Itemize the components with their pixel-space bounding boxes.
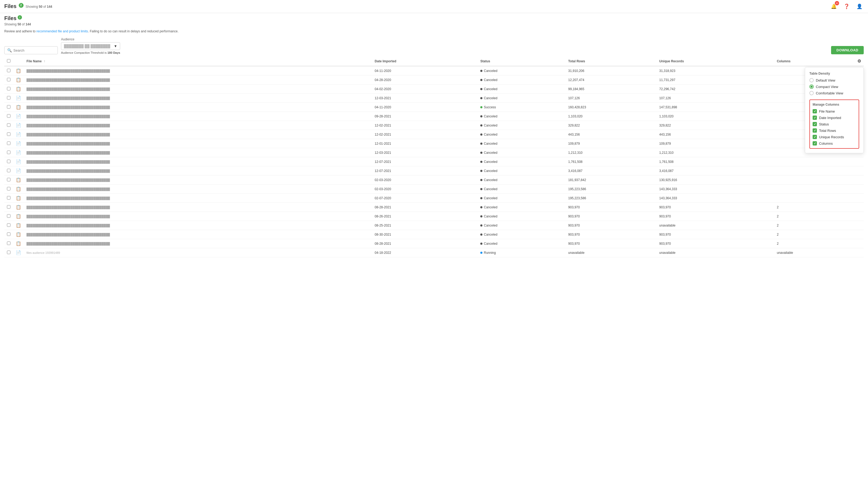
col-total-rows[interactable]: Total Rows — [566, 56, 657, 66]
row-checkbox[interactable] — [7, 205, 11, 209]
file-name-cell[interactable]: ████████████████████████████████████████ — [24, 157, 372, 166]
status-dot — [480, 234, 482, 236]
row-checkbox[interactable] — [7, 142, 11, 145]
help-button[interactable]: ❓ — [842, 2, 851, 11]
radio-comfortable-view[interactable]: Comfortable View — [809, 91, 859, 95]
status-dot — [480, 206, 482, 208]
col-status[interactable]: Status — [478, 56, 565, 66]
row-checkbox[interactable] — [7, 214, 11, 218]
file-name-cell[interactable]: ████████████████████████████████████████ — [24, 139, 372, 148]
row-checkbox[interactable] — [7, 178, 11, 181]
audience-select[interactable]: ████████ ██ ████████ ▼ — [61, 42, 120, 50]
row-checkbox[interactable] — [7, 169, 11, 172]
status-cell: Canceled — [478, 84, 565, 94]
file-name-cell[interactable]: ████████████████████████████████████████ — [24, 94, 372, 103]
row-checkbox[interactable] — [7, 114, 11, 118]
download-button[interactable]: DOWNLOAD — [831, 46, 864, 54]
help-icon: ❓ — [844, 3, 850, 9]
file-name-cell[interactable]: ████████████████████████████████████████ — [24, 175, 372, 185]
radio-compact-view[interactable]: Compact View — [809, 84, 859, 89]
file-name-cell[interactable]: ████████████████████████████████████████ — [24, 185, 372, 194]
row-checkbox[interactable] — [7, 187, 11, 191]
status-dot — [480, 224, 482, 226]
total-rows-cell: 903,970 — [566, 212, 657, 221]
notification-button[interactable]: 🔔 30 — [829, 2, 838, 11]
row-checkbox[interactable] — [7, 69, 11, 72]
checkbox-item-file-name[interactable]: ✓ File Name — [813, 109, 856, 114]
file-name-cell[interactable]: ████████████████████████████████████████ — [24, 194, 372, 203]
col-date-imported[interactable]: Date Imported — [372, 56, 478, 66]
file-name-cell[interactable]: ████████████████████████████████████████ — [24, 221, 372, 230]
date-imported-cell: 02-03-2020 — [372, 185, 478, 194]
col-file-name[interactable]: File Name ↑ — [24, 56, 372, 66]
checkbox-item-columns[interactable]: ✓ Columns — [813, 141, 856, 145]
row-checkbox[interactable] — [7, 233, 11, 236]
row-checkbox[interactable] — [7, 160, 11, 163]
file-name-cell[interactable]: ████████████████████████████████████████ — [24, 121, 372, 130]
profile-button[interactable]: 👤 — [855, 2, 864, 11]
top-bar-left: Files 2 Showing 50 of 144 — [4, 3, 52, 10]
row-checkbox[interactable] — [7, 223, 11, 227]
checkbox-item-status[interactable]: ✓ Status — [813, 122, 856, 126]
file-icon-cell: 📄 — [13, 166, 24, 175]
select-all-checkbox[interactable] — [7, 59, 11, 63]
total-rows-cell: 903,970 — [566, 230, 657, 239]
file-name-cell[interactable]: ████████████████████████████████████████ — [24, 166, 372, 175]
row-checkbox[interactable] — [7, 123, 11, 127]
file-name-cell[interactable]: ████████████████████████████████████████ — [24, 76, 372, 84]
date-imported-cell: 04-28-2020 — [372, 76, 478, 84]
file-icon-cell: 📋 — [13, 66, 24, 76]
toolbar: 🔍 Audience ████████ ██ ████████ ▼ Audien… — [0, 34, 868, 56]
file-name-cell[interactable]: ████████████████████████████████████████ — [24, 212, 372, 221]
date-imported-cell: 12-03-2021 — [372, 148, 478, 157]
file-name-cell[interactable]: ████████████████████████████████████████ — [24, 148, 372, 157]
files-help-badge: 2 — [18, 15, 22, 19]
search-input[interactable] — [13, 49, 55, 52]
col-unique-records[interactable]: Unique Records — [657, 56, 774, 66]
radio-default-view[interactable]: Default View — [809, 78, 859, 82]
row-checkbox[interactable] — [7, 132, 11, 136]
file-name-cell[interactable]: ████████████████████████████████████████ — [24, 84, 372, 94]
file-name-cell[interactable]: ████████████████████████████████████████ — [24, 130, 372, 139]
checkbox-item-unique-records[interactable]: ✓ Unique Records — [813, 135, 856, 139]
unique-records-cell: 107,126 — [657, 94, 774, 103]
status-dot — [480, 188, 482, 190]
row-checkbox[interactable] — [7, 105, 11, 108]
table-row: 📄███████████████████████████████████████… — [4, 139, 864, 148]
file-icon-cell: 📋 — [13, 103, 24, 112]
radio-inner-compact — [811, 86, 813, 88]
columns-cell — [774, 166, 864, 175]
file-icon-cell: 📄 — [13, 130, 24, 139]
file-icon-cell: 📋 — [13, 221, 24, 230]
file-name-cell[interactable]: files audience 193991489 — [24, 248, 372, 257]
checkbox-item-total-rows[interactable]: ✓ Total Rows — [813, 128, 856, 133]
row-checkbox[interactable] — [7, 96, 11, 100]
row-checkbox[interactable] — [7, 87, 11, 90]
file-name-cell[interactable]: ████████████████████████████████████████ — [24, 203, 372, 212]
status-cell: Canceled — [478, 148, 565, 157]
checkbox-item-date-imported[interactable]: ✓ Date Imported — [813, 116, 856, 120]
total-rows-cell: 109,879 — [566, 139, 657, 148]
radio-group: Default View Compact View Comfortable Vi… — [809, 78, 859, 95]
warning-link[interactable]: recommended file and product limits — [36, 29, 88, 33]
manage-columns-section: Manage Columns ✓ File Name ✓ Date Import… — [809, 100, 859, 149]
file-name-cell[interactable]: ████████████████████████████████████████ — [24, 112, 372, 121]
date-imported-cell: 02-07-2020 — [372, 194, 478, 203]
gear-icon[interactable]: ⚙ — [857, 58, 861, 64]
status-text: Canceled — [484, 123, 497, 127]
file-icon-cell: 📋 — [13, 84, 24, 94]
status-cell: Canceled — [478, 212, 565, 221]
col-columns[interactable]: Columns ⚙ — [774, 56, 864, 66]
columns-cell — [774, 185, 864, 194]
file-name-cell[interactable]: ████████████████████████████████████████ — [24, 103, 372, 112]
file-name-cell[interactable]: ████████████████████████████████████████ — [24, 230, 372, 239]
file-name-cell[interactable]: ████████████████████████████████████████ — [24, 239, 372, 248]
row-checkbox[interactable] — [7, 150, 11, 154]
status-cell: Canceled — [478, 139, 565, 148]
row-checkbox[interactable] — [7, 78, 11, 81]
row-checkbox[interactable] — [7, 196, 11, 199]
columns-cell: 2 — [774, 221, 864, 230]
row-checkbox[interactable] — [7, 251, 11, 254]
file-name-cell[interactable]: ████████████████████████████████████████ — [24, 66, 372, 76]
row-checkbox[interactable] — [7, 241, 11, 245]
